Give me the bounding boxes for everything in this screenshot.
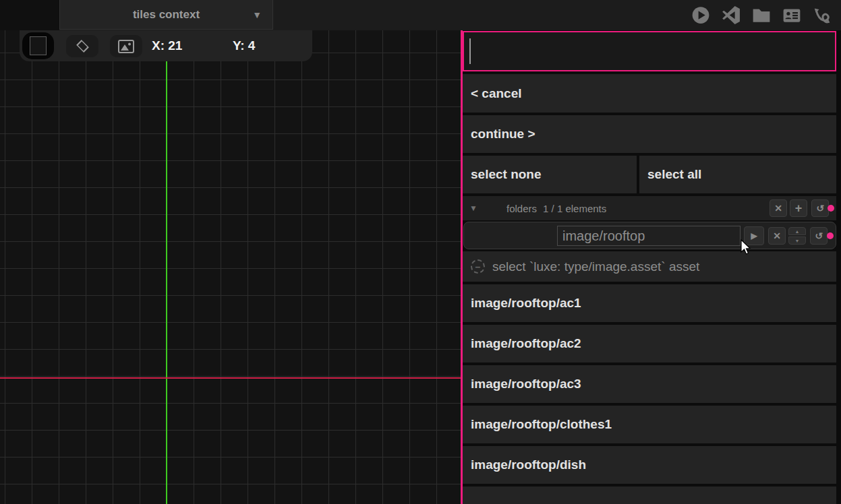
continue-item-label: continue > [471,127,535,141]
select-none-item[interactable]: select none [463,156,637,193]
collapse-triangle-icon[interactable]: ▼ [469,203,477,213]
folder-reorder-spinner[interactable]: ▲ ▼ [788,227,806,245]
asset-item[interactable]: image/rooftop/ac3 [463,365,836,403]
canvas-toolbar: X: 21 Y: 4 [20,30,312,61]
asset-item[interactable]: image/rooftop/ac2 [463,325,836,363]
color-swatch-button[interactable] [22,32,54,59]
x-coordinate-readout: X: 21 [152,38,182,53]
crosshair-horizontal-line [0,377,461,379]
crosshair-vertical-line [166,30,167,504]
select-all-label: select all [647,167,701,182]
folders-group-label: folders 1 / 1 elements [506,203,606,214]
folders-status-dot[interactable] [828,205,834,212]
diamond-tool-button[interactable] [66,35,98,57]
move-up-icon[interactable]: ▲ [788,227,806,235]
folders-add-button[interactable]: + [790,199,807,217]
folder-reset-button[interactable]: ↺ [810,227,828,245]
text-caret [469,38,471,64]
cancel-item-label: < cancel [471,86,522,101]
folders-reset-button[interactable]: ↺ [811,199,829,217]
cancel-item[interactable]: < cancel [463,74,836,113]
asset-item-partial[interactable] [463,486,836,504]
asset-item-label: image/rooftop/dish [471,458,586,472]
hint-label: select `luxe: type/image.asset` asset [492,259,699,274]
folders-name-label: folders [506,203,537,214]
contact-card-icon[interactable] [782,6,801,24]
folder-entry-row: ▶ ✕ ▲ ▼ ↺ [463,222,836,249]
asset-item[interactable]: image/rooftop/ac1 [463,284,836,322]
asset-item-label: image/rooftop/ac1 [471,296,581,311]
top-bar: tiles context ▼ [0,0,841,30]
asset-item-label: image/rooftop/ac2 [471,336,581,351]
minus-circle-icon: – [471,259,485,274]
command-palette-panel: < cancel continue > select none select a… [461,30,841,504]
folder-icon[interactable] [752,6,771,24]
top-bar-icon-group [691,6,832,24]
tile-grid-canvas[interactable]: X: 21 Y: 4 [0,30,461,504]
context-dropdown[interactable]: tiles context ▼ [59,0,273,30]
image-icon [118,40,134,53]
folders-group-header: ▼ folders 1 / 1 elements ✕ + ↺ [463,196,836,220]
select-all-item[interactable]: select all [639,156,836,193]
swatch-square-icon [30,36,47,55]
asset-item-label: image/rooftop/ac3 [471,377,581,391]
vscode-icon[interactable] [722,6,741,24]
folders-remove-button[interactable]: ✕ [770,199,787,217]
image-tool-button[interactable] [110,35,142,57]
asset-item[interactable]: image/rooftop/clothes1 [463,406,836,443]
move-down-icon[interactable]: ▼ [788,237,806,245]
play-icon[interactable] [691,6,710,24]
asset-item[interactable]: image/rooftop/dish [463,446,836,484]
select-none-label: select none [471,167,542,182]
top-bar-corner [0,0,59,30]
hint-row: – select `luxe: type/image.asset` asset [463,251,836,282]
diamond-icon [76,40,89,53]
folder-path-input[interactable] [557,226,741,246]
context-dropdown-label: tiles context [133,8,200,22]
folder-apply-button[interactable]: ▶ [744,226,764,245]
y-coordinate-readout: Y: 4 [233,38,255,53]
folders-count-label: 1 / 1 elements [543,203,606,214]
asset-item-label: image/rooftop/clothes1 [471,417,612,432]
luxe-logo-icon[interactable] [813,6,832,24]
chevron-down-icon: ▼ [252,9,262,20]
palette-search-input[interactable] [463,31,836,71]
folder-status-dot[interactable] [827,232,834,239]
continue-item[interactable]: continue > [463,115,836,153]
folder-remove-button[interactable]: ✕ [768,227,786,245]
